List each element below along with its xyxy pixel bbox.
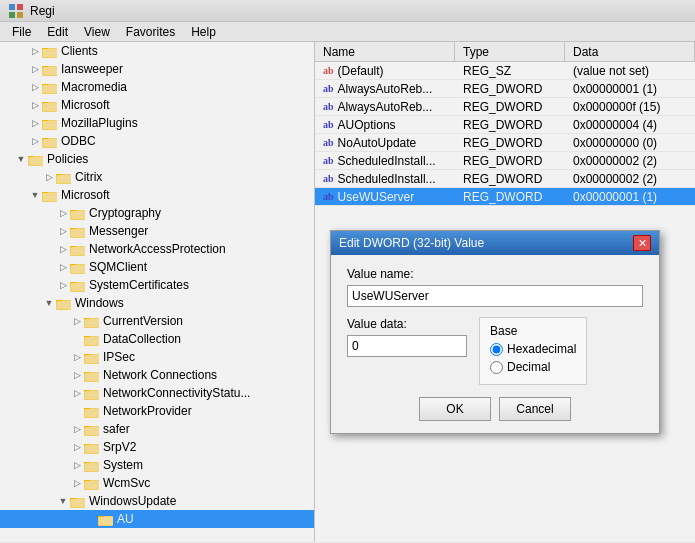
dialog-titlebar: Edit DWORD (32-bit) Value ✕ — [331, 231, 659, 255]
dialog-title: Edit DWORD (32-bit) Value — [339, 236, 484, 250]
value-data-input[interactable] — [347, 335, 467, 357]
value-name-input[interactable] — [347, 285, 643, 307]
decimal-radio[interactable] — [490, 361, 503, 374]
cancel-button[interactable]: Cancel — [499, 397, 571, 421]
base-label: Base — [490, 324, 576, 338]
edit-dword-dialog: Edit DWORD (32-bit) Value ✕ Value name: … — [330, 230, 660, 434]
value-data-section: Value data: — [347, 317, 467, 357]
decimal-option[interactable]: Decimal — [490, 360, 576, 374]
dialog-close-button[interactable]: ✕ — [633, 235, 651, 251]
decimal-label: Decimal — [507, 360, 550, 374]
modal-overlay: Edit DWORD (32-bit) Value ✕ Value name: … — [0, 0, 695, 543]
hexadecimal-label: Hexadecimal — [507, 342, 576, 356]
dialog-buttons: OK Cancel — [347, 397, 643, 421]
base-group: Base Hexadecimal Decimal — [479, 317, 587, 385]
value-data-label: Value data: — [347, 317, 467, 331]
value-name-label: Value name: — [347, 267, 643, 281]
dialog-body: Value name: Value data: Base Hexadecimal… — [331, 255, 659, 433]
ok-button[interactable]: OK — [419, 397, 491, 421]
hexadecimal-radio[interactable] — [490, 343, 503, 356]
value-data-row: Value data: Base Hexadecimal Decimal — [347, 317, 643, 385]
hexadecimal-option[interactable]: Hexadecimal — [490, 342, 576, 356]
